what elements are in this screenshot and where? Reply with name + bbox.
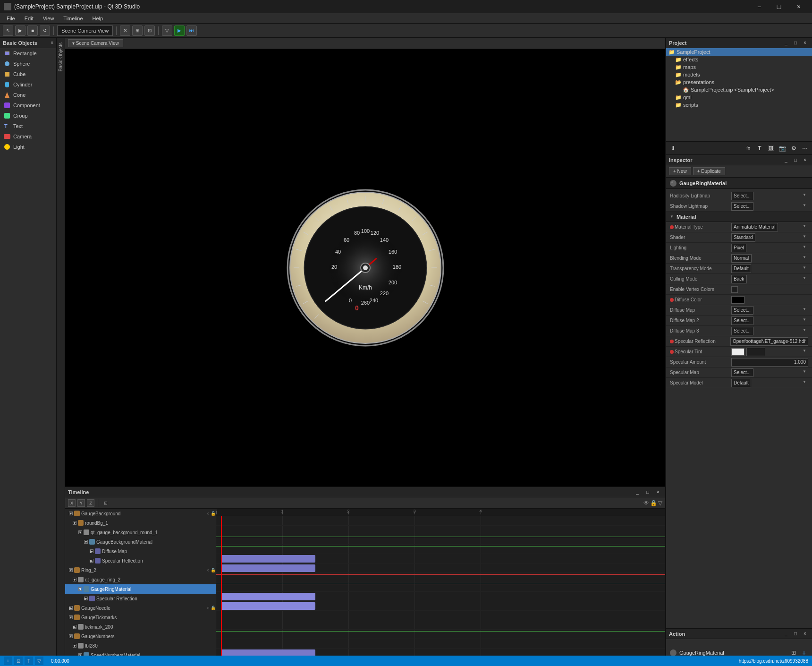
timeline-fit-btn[interactable]: ⊡ [102, 499, 110, 507]
insp-specular-tint-swatch[interactable] [731, 348, 744, 356]
object-group[interactable]: Group [0, 111, 56, 121]
menu-view[interactable]: View [38, 15, 59, 22]
proj-maps[interactable]: 📁 maps [666, 63, 812, 71]
viewport-canvas[interactable]: 20 40 60 80 100 120 140 160 180 200 220 … [65, 49, 665, 487]
expand-gaugeringmaterial[interactable]: ▼ [78, 587, 82, 591]
tl-lock-btn[interactable]: 🔒 [211, 511, 216, 516]
insp-diffuse-map3-select[interactable]: Select... [731, 327, 753, 335]
expand-qt-gauge-bg[interactable]: ▼ [78, 530, 82, 534]
expand-lbl280[interactable]: ▼ [73, 644, 76, 648]
status-filter2-btn[interactable]: ▽ [35, 657, 43, 665]
vtab-basic-objects[interactable]: Basic Objects [57, 40, 65, 74]
object-cone[interactable]: Cone [0, 90, 56, 100]
insp-specular-map-select[interactable]: Select... [731, 368, 753, 377]
inspector-min-btn[interactable]: _ [782, 156, 790, 164]
insp-transparency-select[interactable]: Default [731, 265, 751, 273]
tl-lock-btn-needle[interactable]: 🔒 [211, 606, 216, 610]
object-sphere[interactable]: Sphere [0, 59, 56, 69]
icon-gear-btn[interactable]: ⚙ [789, 144, 798, 153]
tl-item-speednumsmaterial[interactable]: ▼ SpeedNumbersMaterial [65, 650, 216, 656]
tl-vis-btn[interactable]: ○ [207, 511, 210, 516]
icon-camera2-btn[interactable]: 📷 [778, 144, 787, 153]
tl-item-gaugebackground[interactable]: ▼ GaugeBackground ○ 🔒 [65, 509, 216, 518]
insp-specular-tint-select[interactable] [746, 348, 765, 356]
timeline-cursor[interactable] [221, 516, 222, 656]
tl-item-gaugenumbers[interactable]: ▼ GaugeNumbers [65, 632, 216, 641]
object-rectangle[interactable]: Rectangle [0, 48, 56, 59]
icon-image-btn[interactable]: 🖼 [767, 144, 775, 153]
action-close-btn[interactable]: × [801, 630, 809, 638]
insp-vertex-colors-checkbox[interactable] [731, 286, 738, 293]
minimize-button[interactable]: − [750, 0, 769, 13]
inspector-duplicate-btn[interactable]: + Duplicate [693, 167, 725, 175]
expand-tickmark200[interactable]: ▶ [73, 625, 76, 629]
status-add-btn[interactable]: + [4, 657, 12, 665]
project-close-btn[interactable]: × [801, 39, 809, 47]
tl-lock-btn-ring2[interactable]: 🔒 [211, 568, 216, 572]
expand-ring2[interactable]: ▼ [69, 568, 73, 572]
stop-scene-button[interactable]: ⏭ [186, 26, 197, 36]
proj-presentations[interactable]: 📂 presentations [666, 78, 812, 86]
icon-download-btn[interactable]: ⬇ [669, 144, 677, 153]
timeline-close-btn[interactable]: × [654, 488, 662, 496]
insp-specular-model-select[interactable]: Default [731, 379, 751, 387]
proj-scripts[interactable]: 📁 scripts [666, 101, 812, 109]
expand-roundbg1[interactable]: ▼ [73, 521, 76, 525]
icon-fx-btn[interactable]: fx [744, 144, 753, 153]
insp-blending-select[interactable]: Normal [731, 254, 752, 263]
proj-sampleproject-uip[interactable]: 🏠 SampleProject.uip <SampleProject> [666, 86, 812, 94]
scene-camera-label[interactable]: Scene Camera View [57, 26, 113, 36]
play-scene-button[interactable]: ▶ [174, 26, 185, 36]
object-light[interactable]: Light [0, 142, 56, 152]
expand-gaugebgmaterial[interactable]: ▼ [84, 540, 88, 544]
refresh-button[interactable]: ↺ [40, 26, 50, 36]
timeline-z-btn[interactable]: Z [87, 499, 94, 507]
tl-item-roundbg1[interactable]: ▼ roundBg_1 [65, 518, 216, 528]
insp-radiosity-select[interactable]: Select... [731, 192, 753, 200]
expand-qt-gauge-ring2[interactable]: ▼ [73, 578, 76, 581]
insp-lighting-select[interactable]: Pixel [731, 244, 746, 252]
tl-item-qt-gauge-ring2[interactable]: ▼ qt_gauge_ring_2 [65, 575, 216, 584]
insp-shadow-select[interactable]: Select... [731, 202, 753, 211]
object-cube[interactable]: Cube [0, 69, 56, 79]
menu-help[interactable]: Help [88, 15, 108, 22]
inspector-close-btn[interactable]: × [801, 156, 809, 164]
play-button[interactable]: ▶ [15, 26, 25, 36]
expand-specular-refl-2[interactable]: ▶ [84, 597, 88, 600]
object-camera[interactable]: Camera [0, 131, 56, 142]
menu-timeline[interactable]: Timeline [59, 15, 87, 22]
timeline-minimize-btn[interactable]: _ [633, 488, 642, 496]
icon-more-btn[interactable]: ⋯ [801, 144, 809, 153]
rotate-tool-button[interactable]: ⊞ [132, 26, 143, 36]
expand-gaugeneedle[interactable]: ▶ [69, 606, 73, 610]
tl-item-specular-refl-1[interactable]: ▶ Specular Reflection [65, 556, 216, 565]
tl-item-gaugebgmaterial[interactable]: ▼ GaugeBackgroundMaterial [65, 537, 216, 546]
proj-effects[interactable]: 📁 effects [666, 56, 812, 63]
stop-button[interactable]: ■ [27, 26, 38, 36]
tl-item-gaugeringmaterial[interactable]: ▼ GaugeRingMaterial [65, 584, 216, 594]
insp-specular-refl-select[interactable]: OpenfoottageNET_garage-512.hdr [730, 337, 808, 346]
select-tool-button[interactable]: ↖ [3, 26, 13, 36]
tl-item-ring2[interactable]: ▼ Ring_2 ○ 🔒 [65, 565, 216, 575]
inspector-new-btn[interactable]: + New [669, 167, 691, 175]
insp-diffuse-map2-select[interactable]: Select... [731, 316, 753, 325]
tl-item-lbl280[interactable]: ▼ lbl280 [65, 641, 216, 650]
object-text[interactable]: T Text [0, 121, 56, 131]
expand-specular-refl-1[interactable]: ▶ [90, 559, 93, 563]
timeline-x-btn[interactable]: X [68, 499, 76, 507]
status-tl-btn[interactable]: T [25, 657, 33, 665]
restore-button[interactable]: □ [770, 0, 788, 13]
tl-item-qt-gauge-bg[interactable]: ▼ qt_gauge_background_round_1 [65, 528, 216, 537]
tl-vis-btn-needle[interactable]: ○ [207, 606, 210, 610]
inspector-max-btn[interactable]: □ [791, 156, 800, 164]
expand-gaugebackground[interactable]: ▼ [69, 512, 73, 515]
expand-diffuse-map-1[interactable]: ▶ [90, 549, 93, 553]
filter-button[interactable]: ▽ [162, 26, 172, 36]
timeline-y-btn[interactable]: Y [77, 499, 85, 507]
proj-qml[interactable]: 📁 qml [666, 94, 812, 101]
status-filter-btn[interactable]: ⊡ [14, 657, 23, 665]
expand-gaugenumbers[interactable]: ▼ [69, 634, 73, 638]
insp-diffuse-color-swatch[interactable] [731, 296, 744, 304]
timeline-maximize-btn[interactable]: □ [643, 488, 652, 496]
insp-culling-select[interactable]: Back [731, 275, 747, 283]
